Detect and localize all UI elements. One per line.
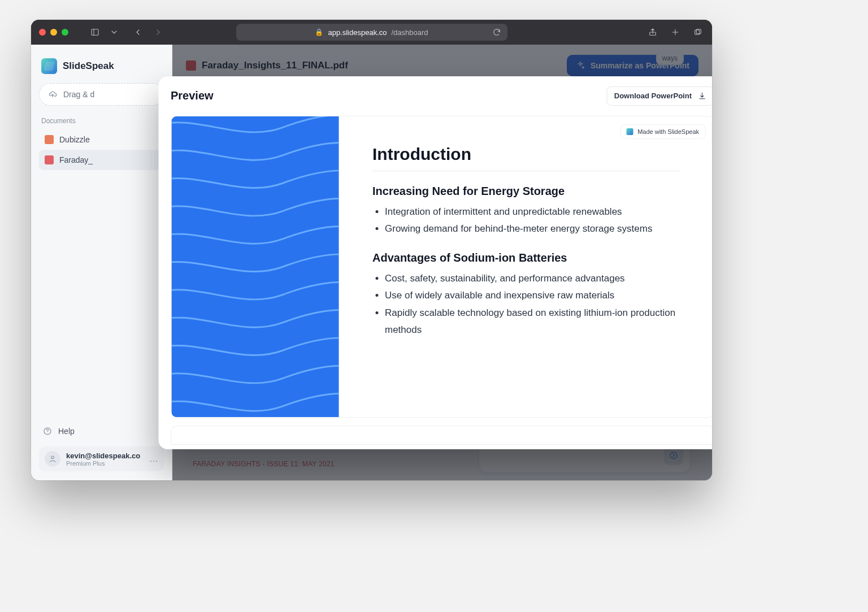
slide-bullets: Cost, safety, sustainability, and perfor…	[372, 270, 679, 339]
pdf-file-icon	[45, 155, 54, 164]
download-icon	[697, 92, 706, 101]
sidebar-item-doc-0[interactable]: Dubizzle	[39, 129, 164, 150]
upload-dropzone[interactable]: Drag & d	[39, 83, 164, 106]
pptx-file-icon	[45, 135, 54, 144]
next-slide-peek	[171, 426, 712, 445]
download-button[interactable]: Download PowerPoint	[607, 86, 712, 106]
account-chip[interactable]: kevin@slidespeak.co Premium Plus …	[39, 446, 164, 471]
sidebar-toggle-icon[interactable]	[89, 26, 101, 38]
url-path: /dashboard	[392, 28, 428, 37]
sidebar-item-label: Dubizzle	[59, 135, 90, 144]
browser-window: 🔒 app.slidespeak.co/dashboard	[31, 20, 712, 480]
svg-point-6	[51, 456, 54, 459]
modal-title: Preview	[171, 89, 214, 102]
slide-bullet: Use of widely available and inexpensive …	[385, 287, 679, 305]
slide-bullet: Cost, safety, sustainability, and perfor…	[385, 270, 679, 288]
account-email: kevin@slidespeak.co	[66, 452, 140, 460]
new-tab-icon[interactable]	[669, 26, 682, 38]
slide-bullet: Growing demand for behind-the-meter ener…	[385, 220, 679, 238]
upload-label: Drag & d	[63, 90, 94, 99]
help-label: Help	[58, 427, 75, 436]
sidebar-item-doc-1[interactable]: Faraday_	[39, 150, 164, 170]
minimize-window-icon[interactable]	[50, 29, 57, 36]
tabs-icon[interactable]	[692, 26, 704, 38]
sidebar: SlideSpeak Drag & d Documents Dubizzle F…	[31, 45, 172, 480]
svg-rect-0	[92, 29, 98, 36]
close-window-icon[interactable]	[39, 29, 46, 36]
brand[interactable]: SlideSpeak	[39, 54, 164, 83]
nav-forward-icon[interactable]	[152, 26, 164, 38]
svg-point-5	[47, 433, 48, 433]
main-panel: Faraday_Insights_11_FINAL.pdf Summarize …	[172, 45, 712, 480]
slide-bullet: Integration of intermittent and unpredic…	[385, 203, 679, 221]
made-with-badge: Made with SlideSpeak	[620, 124, 705, 139]
slide-body: Made with SlideSpeak Introduction Increa…	[338, 116, 712, 417]
share-icon[interactable]	[646, 26, 659, 38]
preview-modal: ✕ Preview Download PowerPoint	[158, 76, 712, 449]
refresh-icon[interactable]	[491, 26, 503, 38]
slide-decor	[171, 116, 338, 417]
slide-preview: Made with SlideSpeak Introduction Increa…	[171, 116, 712, 418]
svg-rect-8	[171, 116, 338, 417]
url-host: app.slidespeak.co	[328, 28, 387, 37]
chevron-down-icon[interactable]	[108, 26, 120, 38]
nav-back-icon[interactable]	[132, 26, 144, 38]
slide-title: Introduction	[372, 145, 679, 171]
sidebar-section-label: Documents	[39, 117, 164, 129]
slide-bullets: Integration of intermittent and unpredic…	[372, 203, 679, 238]
help-link[interactable]: Help	[39, 420, 164, 442]
lock-icon: 🔒	[315, 28, 323, 36]
window-controls[interactable]	[39, 29, 68, 36]
sidebar-item-label: Faraday_	[59, 155, 93, 164]
browser-url-bar[interactable]: 🔒 app.slidespeak.co/dashboard	[236, 24, 507, 41]
brand-logo-icon	[41, 58, 57, 74]
made-with-label: Made with SlideSpeak	[637, 128, 699, 135]
download-label: Download PowerPoint	[614, 92, 692, 100]
brand-logo-icon	[626, 128, 633, 135]
help-icon	[42, 426, 53, 436]
brand-name: SlideSpeak	[63, 60, 114, 72]
account-plan: Premium Plus	[66, 460, 140, 467]
browser-titlebar: 🔒 app.slidespeak.co/dashboard	[31, 20, 712, 45]
maximize-window-icon[interactable]	[62, 29, 68, 36]
account-more-icon[interactable]: …	[149, 454, 158, 464]
app-body: SlideSpeak Drag & d Documents Dubizzle F…	[31, 45, 712, 480]
slide-bullet: Rapidly scalable technology based on exi…	[385, 305, 679, 339]
upload-icon	[47, 89, 58, 99]
slide-section-heading: Increasing Need for Energy Storage	[372, 185, 679, 198]
slide-section-heading: Advantages of Sodium-ion Batteries	[372, 251, 679, 264]
avatar-icon	[45, 451, 60, 467]
